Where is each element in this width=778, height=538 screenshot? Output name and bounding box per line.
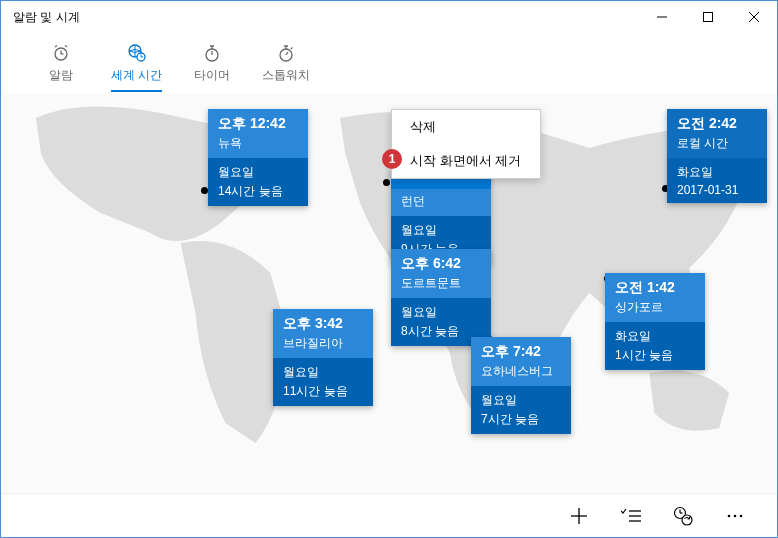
clock-offset: 7시간 늦음 (481, 411, 561, 428)
svg-line-8 (65, 46, 67, 48)
convert-time-button[interactable] (661, 494, 705, 538)
add-button[interactable] (557, 494, 601, 538)
world-clock-map: 오후 12:42 뉴욕 월요일 14시간 늦음 런던 월요일 9시간 늦음 오후… (1, 93, 777, 493)
svg-line-7 (55, 46, 57, 48)
tab-alarm-label: 알람 (49, 67, 73, 84)
context-menu-delete[interactable]: 삭제 (392, 110, 540, 144)
tab-timer[interactable]: 타이머 (192, 43, 232, 92)
svg-point-33 (728, 514, 731, 517)
clock-offset: 1시간 늦음 (615, 347, 695, 364)
tab-worldclock[interactable]: 세계 시간 (111, 43, 162, 92)
window-controls (639, 1, 777, 33)
clock-city: 로컬 시간 (677, 135, 757, 152)
clock-offset: 11시간 늦음 (283, 383, 363, 400)
svg-line-18 (286, 52, 288, 55)
svg-line-21 (291, 48, 293, 50)
command-bar (1, 493, 777, 537)
clock-city: 뉴욕 (218, 135, 298, 152)
svg-rect-1 (704, 13, 713, 22)
svg-point-35 (740, 514, 743, 517)
tab-worldclock-label: 세계 시간 (111, 67, 162, 84)
clock-card-brasilia[interactable]: 오후 3:42 브라질리아 월요일 11시간 늦음 (273, 309, 373, 406)
clock-time: 오후 3:42 (283, 315, 363, 333)
stopwatch-icon (276, 43, 296, 63)
clock-card-local[interactable]: 오전 2:42 로컬 시간 화요일 2017-01-31 (667, 109, 767, 203)
clock-time: 오전 2:42 (677, 115, 757, 133)
context-menu: 삭제 시작 화면에서 제거 (391, 109, 541, 179)
close-button[interactable] (731, 1, 777, 33)
tab-stopwatch[interactable]: 스톱워치 (262, 43, 310, 92)
clock-time: 오전 1:42 (615, 279, 695, 297)
clock-date: 2017-01-31 (677, 183, 757, 197)
clock-offset: 14시간 늦음 (218, 183, 298, 200)
clock-card-dortmund[interactable]: 오후 6:42 도르트문트 월요일 8시간 늦음 (391, 249, 491, 346)
clock-card-newyork[interactable]: 오후 12:42 뉴욕 월요일 14시간 늦음 (208, 109, 308, 206)
globe-clock-icon (127, 43, 147, 63)
ellipsis-icon (727, 514, 743, 518)
map-dot (383, 179, 390, 186)
minimize-icon (657, 12, 667, 22)
alarm-icon (51, 43, 71, 63)
svg-point-32 (682, 515, 692, 525)
clock-city: 런던 (401, 193, 481, 210)
clock-city: 브라질리아 (283, 335, 363, 352)
clock-offset: 8시간 늦음 (401, 323, 481, 340)
clock-day: 월요일 (401, 222, 481, 239)
window-title: 알람 및 시계 (13, 9, 639, 26)
more-button[interactable] (713, 494, 757, 538)
clock-day: 월요일 (218, 164, 298, 181)
clock-city: 요하네스버그 (481, 363, 561, 380)
tab-timer-label: 타이머 (194, 67, 230, 84)
timer-icon (202, 43, 222, 63)
clock-day: 월요일 (401, 304, 481, 321)
annotation-badge: 1 (382, 149, 402, 169)
svg-point-23 (46, 118, 96, 168)
clock-city: 싱가포르 (615, 299, 695, 316)
clock-card-singapore[interactable]: 오전 1:42 싱가포르 화요일 1시간 늦음 (605, 273, 705, 370)
context-menu-unpin[interactable]: 시작 화면에서 제거 (392, 144, 540, 178)
select-button[interactable] (609, 494, 653, 538)
clock-card-johannesburg[interactable]: 오후 7:42 요하네스버그 월요일 7시간 늦음 (471, 337, 571, 434)
clock-time: 오후 12:42 (218, 115, 298, 133)
clock-day: 화요일 (615, 328, 695, 345)
clock-city: 도르트문트 (401, 275, 481, 292)
maximize-button[interactable] (685, 1, 731, 33)
list-check-icon (621, 508, 641, 524)
clock-day: 월요일 (481, 392, 561, 409)
maximize-icon (703, 12, 713, 22)
titlebar: 알람 및 시계 (1, 1, 777, 33)
close-icon (749, 12, 759, 22)
plus-icon (570, 507, 588, 525)
clock-time: 오후 7:42 (481, 343, 561, 361)
clock-convert-icon (673, 506, 693, 526)
svg-point-34 (734, 514, 737, 517)
tab-alarm[interactable]: 알람 (41, 43, 81, 92)
tab-bar: 알람 세계 시간 타이머 스톱워치 (1, 33, 777, 93)
clock-day: 화요일 (677, 164, 757, 181)
map-dot (201, 187, 208, 194)
minimize-button[interactable] (639, 1, 685, 33)
clock-day: 월요일 (283, 364, 363, 381)
tab-stopwatch-label: 스톱워치 (262, 67, 310, 84)
clock-time: 오후 6:42 (401, 255, 481, 273)
